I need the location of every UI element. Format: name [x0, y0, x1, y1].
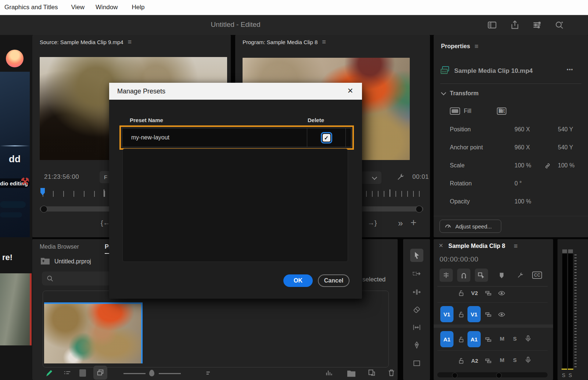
clip-more-options-icon[interactable]: •••: [567, 67, 573, 72]
razor-tool[interactable]: [410, 303, 423, 316]
timeline-horizontal-band[interactable]: [434, 324, 553, 328]
meter-cap-right: [568, 249, 573, 253]
a2-source-patch-icon[interactable]: [484, 356, 493, 366]
panel-menu-icon[interactable]: ≡: [128, 39, 132, 45]
project-file-name[interactable]: Untitled.prproj: [54, 258, 91, 265]
close-tab-icon[interactable]: ×: [439, 241, 443, 250]
track-select-forward-tool[interactable]: [410, 267, 423, 280]
v1-lock-icon[interactable]: [456, 310, 466, 319]
a1-target-button[interactable]: A1: [467, 331, 481, 347]
settings-sliders-icon[interactable]: [532, 20, 543, 31]
v2-toggle-output-icon[interactable]: [497, 288, 506, 298]
automation-icon[interactable]: [325, 369, 333, 378]
ok-button[interactable]: OK: [283, 274, 313, 287]
a1-solo-button[interactable]: S: [513, 335, 517, 342]
pen-tool[interactable]: [410, 338, 423, 352]
program-timecode[interactable]: 00:01: [412, 173, 429, 181]
folder-up-icon[interactable]: [40, 257, 50, 266]
v2-lock-icon[interactable]: [456, 288, 466, 298]
a2-mute-button[interactable]: M: [500, 357, 505, 363]
ripple-edit-tool[interactable]: [410, 285, 423, 299]
panel-menu-icon[interactable]: ≡: [322, 39, 326, 45]
anchor-x-value[interactable]: 960 X: [514, 144, 530, 151]
selection-tool[interactable]: [410, 249, 423, 262]
linked-selection-button[interactable]: [475, 269, 488, 282]
a1-source-patch-icon[interactable]: [484, 335, 493, 344]
v1-source-button[interactable]: V1: [440, 306, 453, 322]
v2-track-label[interactable]: V2: [471, 290, 478, 296]
snap-button[interactable]: [457, 269, 470, 282]
menu-view[interactable]: View: [66, 4, 90, 11]
fill-button[interactable]: Fill: [464, 108, 471, 114]
go-to-in-icon[interactable]: {←: [101, 219, 110, 227]
source-monitor-title[interactable]: Source: Sample Media Clip 9.mp4: [40, 39, 123, 45]
panel-menu-icon[interactable]: ≡: [474, 43, 478, 50]
a2-lock-icon[interactable]: [456, 356, 466, 366]
scale-x-value[interactable]: 100 %: [514, 162, 531, 169]
rotation-value[interactable]: 0 °: [514, 180, 522, 187]
thumbnail-view-icon[interactable]: [79, 369, 86, 377]
program-settings-wrench-icon[interactable]: [395, 173, 405, 184]
new-bin-icon[interactable]: [347, 369, 356, 379]
timeline-bottom-scrollbar[interactable]: [437, 372, 548, 377]
program-monitor-title[interactable]: Program: Sample Media Clip 8: [243, 39, 318, 45]
menu-help[interactable]: Help: [127, 4, 150, 11]
a1-voiceover-mic-icon[interactable]: [523, 334, 533, 344]
position-x-value[interactable]: 960 X: [514, 126, 530, 133]
v2-source-patch-icon[interactable]: [484, 288, 493, 298]
transform-section-label[interactable]: Transform: [450, 90, 478, 97]
edit-pencil-icon[interactable]: [45, 369, 54, 379]
opacity-value[interactable]: 100 %: [514, 198, 531, 205]
enhance-search-icon[interactable]: [554, 20, 565, 31]
source-timecode[interactable]: 21:23:56:00: [44, 173, 79, 181]
scale-y-value[interactable]: 100 %: [558, 162, 574, 169]
sort-icon[interactable]: [205, 369, 213, 379]
export-share-icon[interactable]: [510, 20, 521, 31]
v1-source-patch-icon[interactable]: [484, 310, 493, 319]
a1-source-button[interactable]: A1: [440, 331, 453, 347]
media-thumbnail[interactable]: [44, 302, 143, 363]
add-button-icon[interactable]: +: [410, 217, 416, 228]
workspaces-icon[interactable]: [487, 20, 498, 31]
add-marker-icon[interactable]: [497, 271, 506, 280]
timeline-settings-button[interactable]: [440, 269, 453, 282]
more-transport-icon[interactable]: »: [398, 218, 403, 228]
a1-lock-icon[interactable]: [456, 335, 466, 344]
position-y-value[interactable]: 540 Y: [558, 126, 573, 133]
transform-collapse-icon[interactable]: [441, 90, 446, 95]
scale-link-icon[interactable]: [544, 162, 551, 171]
preset-row[interactable]: my-new-layout ✓: [122, 128, 351, 147]
a2-solo-button[interactable]: S: [513, 357, 517, 363]
go-to-out-icon[interactable]: →}: [368, 219, 377, 227]
menu-window[interactable]: Window: [90, 4, 123, 11]
meter-scale-ticks: [574, 255, 577, 368]
anchor-y-value[interactable]: 540 Y: [558, 144, 573, 151]
timeline-clip-tab[interactable]: Sample Media Clip 8: [448, 243, 505, 249]
v1-target-button[interactable]: V1: [467, 306, 481, 322]
meter-solo-left[interactable]: S: [562, 372, 565, 378]
tab-media-browser[interactable]: Media Browser: [40, 244, 79, 250]
meter-solo-right[interactable]: S: [569, 372, 572, 378]
captions-icon[interactable]: CC: [532, 271, 542, 279]
v1-toggle-output-icon[interactable]: [497, 310, 506, 319]
zoom-slider[interactable]: [123, 372, 190, 374]
adjust-speed-button[interactable]: Adjust speed...: [440, 220, 501, 233]
fit-button[interactable]: Fit: [498, 108, 505, 114]
trash-icon[interactable]: [387, 369, 395, 378]
panel-menu-icon[interactable]: ≡: [514, 243, 518, 249]
a1-mute-button[interactable]: M: [500, 335, 505, 342]
dialog-close-icon[interactable]: ×: [344, 85, 356, 96]
list-view-icon[interactable]: [63, 369, 71, 379]
delete-checkbox[interactable]: ✓: [321, 132, 332, 143]
timeline-timecode[interactable]: 00:00:00:00: [440, 255, 478, 263]
preset-name-value[interactable]: my-new-layout: [122, 134, 307, 141]
rectangle-tool[interactable]: [410, 357, 423, 370]
timeline-wrench-icon[interactable]: [515, 271, 525, 280]
icon-view-button[interactable]: [93, 366, 107, 380]
slip-tool[interactable]: [410, 321, 423, 334]
a2-track-label[interactable]: A2: [471, 358, 478, 364]
new-item-icon[interactable]: [368, 369, 376, 378]
cancel-button[interactable]: Cancel: [318, 274, 349, 287]
menu-graphics-and-titles[interactable]: Graphics and Titles: [0, 4, 63, 11]
a2-voiceover-mic-icon[interactable]: [523, 355, 533, 365]
